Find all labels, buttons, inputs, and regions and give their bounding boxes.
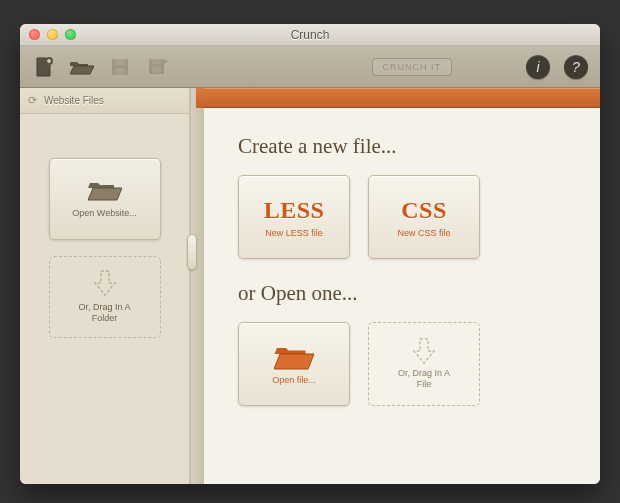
open-heading: or Open one... (238, 281, 570, 306)
info-button[interactable]: i (526, 55, 550, 79)
help-icon: ? (572, 59, 580, 75)
open-file-label: Open file... (272, 375, 316, 385)
open-folder-toolbar-button[interactable] (70, 55, 94, 79)
open-website-label: Open Website... (72, 208, 136, 219)
folder-open-icon (274, 343, 314, 371)
folder-open-icon (88, 178, 122, 202)
app-window: Crunch (20, 24, 600, 484)
window-title: Crunch (20, 28, 600, 42)
download-arrow-icon (413, 338, 435, 364)
less-subtitle: New LESS file (265, 228, 323, 238)
svg-rect-6 (152, 67, 161, 73)
main-panel: Create a new file... LESS New LESS file … (204, 88, 600, 484)
disk-icon (111, 58, 129, 76)
drag-folder-dropzone[interactable]: Or, Drag In A Folder (49, 256, 161, 338)
css-subtitle: New CSS file (397, 228, 450, 238)
drag-file-label: Or, Drag In A File (398, 368, 450, 391)
new-css-file-button[interactable]: CSS New CSS file (368, 175, 480, 259)
disk-plus-icon (148, 57, 168, 77)
help-button[interactable]: ? (564, 55, 588, 79)
sidebar: ⟳ Website Files Open Website... Or, Drag… (20, 88, 190, 484)
pane-divider (190, 88, 204, 484)
refresh-button[interactable]: ⟳ (20, 94, 44, 107)
new-file-toolbar-button[interactable] (32, 55, 56, 79)
toolbar: CRUNCH IT i ? (20, 46, 600, 88)
folder-open-icon (70, 58, 94, 76)
resize-handle[interactable] (187, 234, 197, 270)
drag-folder-label: Or, Drag In A Folder (78, 302, 130, 325)
info-icon: i (536, 59, 539, 75)
accent-bar (204, 88, 600, 108)
sidebar-header: ⟳ Website Files (20, 88, 189, 114)
open-file-button[interactable]: Open file... (238, 322, 350, 406)
svg-rect-5 (152, 59, 161, 64)
open-website-button[interactable]: Open Website... (49, 158, 161, 240)
drag-file-dropzone[interactable]: Or, Drag In A File (368, 322, 480, 406)
less-title: LESS (264, 197, 325, 224)
new-file-icon (35, 57, 53, 77)
create-heading: Create a new file... (238, 134, 570, 159)
download-arrow-icon (94, 270, 116, 296)
css-title: CSS (401, 197, 447, 224)
crunch-it-badge: CRUNCH IT (372, 58, 453, 76)
sidebar-title: Website Files (44, 95, 104, 106)
save-as-toolbar-button (146, 55, 170, 79)
svg-rect-2 (115, 59, 125, 65)
refresh-icon: ⟳ (28, 94, 37, 106)
new-less-file-button[interactable]: LESS New LESS file (238, 175, 350, 259)
save-toolbar-button (108, 55, 132, 79)
titlebar[interactable]: Crunch (20, 24, 600, 46)
svg-rect-3 (115, 68, 125, 75)
